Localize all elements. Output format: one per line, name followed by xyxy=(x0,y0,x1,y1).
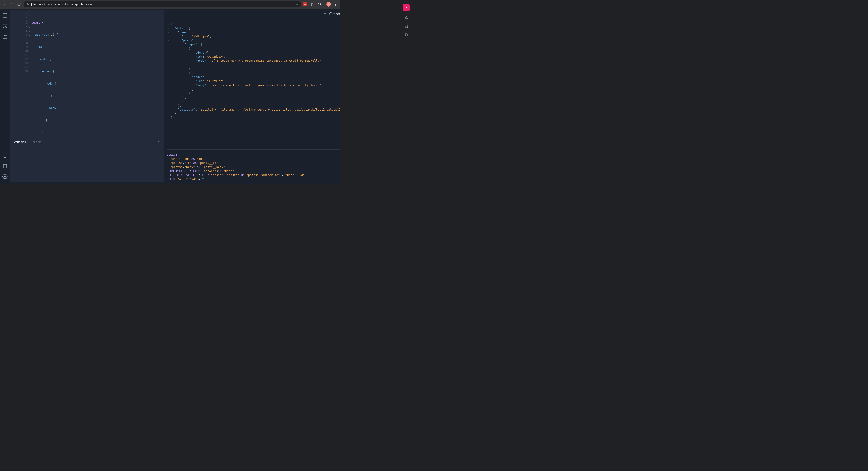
variables-editor[interactable]: 1 xyxy=(10,146,164,150)
line-gutter: 1▾2▾34▾5▾6▾789101112131415 xyxy=(10,12,29,73)
graphiql-logo: GraphiQL xyxy=(329,12,340,17)
svg-point-0 xyxy=(27,3,28,4)
forward-button[interactable] xyxy=(9,2,14,7)
graphiql-app: 1▾2▾34▾5▾6▾789101112131415 query { user(… xyxy=(0,8,340,184)
svg-rect-2 xyxy=(3,13,7,18)
sql-output: SELECT "user"."id" AS "id", "posts"."id"… xyxy=(166,149,340,182)
result-viewer[interactable]: ▾{▾ "data": {▾ "user": { "id": "VXNlcjoy… xyxy=(166,18,340,149)
docs-icon[interactable] xyxy=(2,13,8,18)
site-info-icon[interactable] xyxy=(26,2,29,6)
query-editor[interactable]: 1▾2▾34▾5▾6▾789101112131415 query { user(… xyxy=(10,10,164,138)
back-button[interactable] xyxy=(2,2,7,7)
editor-column: 1▾2▾34▾5▾6▾789101112131415 query { user(… xyxy=(10,10,164,182)
variables-panel: Variables Headers 1 xyxy=(10,138,164,182)
svg-point-1 xyxy=(28,4,29,5)
menu-icon[interactable]: ⋮ xyxy=(333,2,338,7)
url-text: join-monster-demo.onrender.com/graphql-r… xyxy=(31,3,92,6)
tab-variables[interactable]: Variables xyxy=(14,140,26,144)
main-panel: 1▾2▾34▾5▾6▾789101112131415 query { user(… xyxy=(10,8,340,184)
tab-headers[interactable]: Headers xyxy=(30,140,41,144)
shortcuts-icon[interactable] xyxy=(2,163,8,168)
history-icon[interactable] xyxy=(2,24,8,29)
browser-toolbar: join-monster-demo.onrender.com/graphql-r… xyxy=(0,0,340,8)
query-code[interactable]: query { user(id: 2) { id posts { edges {… xyxy=(31,12,164,138)
sidebar-rail xyxy=(0,8,10,184)
result-column: GraphiQL ▾{▾ "data": {▾ "user": { "id": … xyxy=(164,10,340,182)
svg-point-3 xyxy=(4,176,6,178)
bookmark-icon[interactable]: ☆ xyxy=(296,3,298,6)
explorer-icon[interactable] xyxy=(2,34,8,40)
incognito-icon[interactable]: ◐ xyxy=(309,2,315,7)
collapse-variables-icon[interactable] xyxy=(157,140,160,144)
refetch-icon[interactable] xyxy=(2,152,8,158)
settings-icon[interactable] xyxy=(2,174,8,180)
profile-avatar[interactable]: N xyxy=(327,2,331,6)
address-bar[interactable]: join-monster-demo.onrender.com/graphql-r… xyxy=(24,1,301,7)
extension-badge[interactable]: — xyxy=(303,2,307,6)
extensions-icon[interactable] xyxy=(316,2,322,7)
reload-button[interactable] xyxy=(16,2,22,7)
add-tab-icon[interactable] xyxy=(323,12,327,16)
